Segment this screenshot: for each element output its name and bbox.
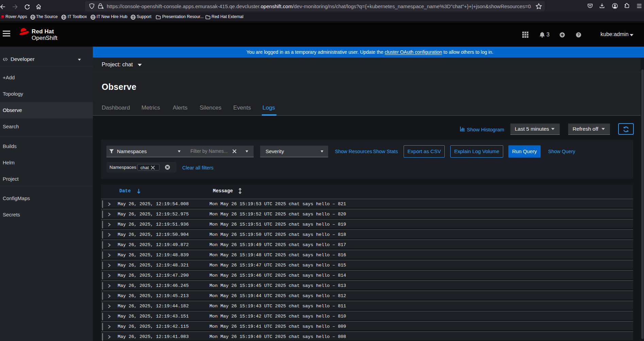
svg-text:?: ?	[577, 33, 580, 37]
